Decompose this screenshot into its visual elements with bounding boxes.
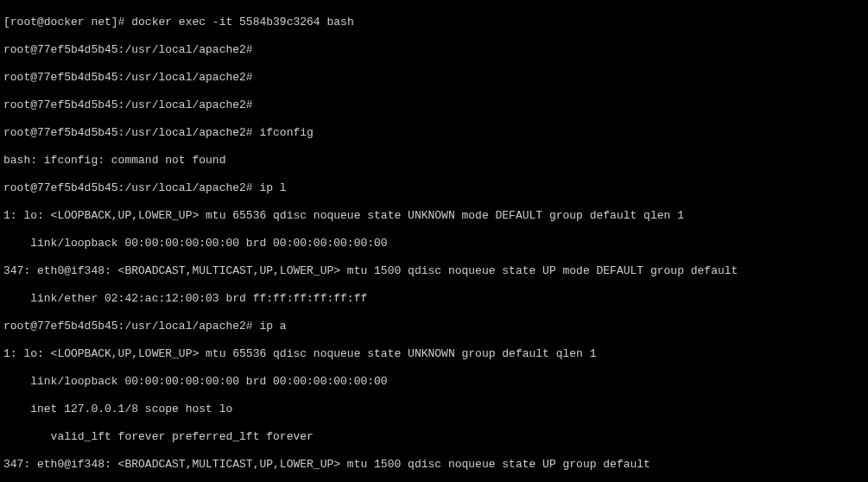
line-8: 1: lo: <LOOPBACK,UP,LOWER_UP> mtu 65536 … [3, 209, 865, 223]
command: ip l [253, 181, 287, 194]
line-12: root@77ef5b4d5b45:/usr/local/apache2# ip… [3, 320, 865, 333]
line-3: root@77ef5b4d5b45:/usr/local/apache2# [3, 71, 865, 85]
terminal[interactable]: [root@docker net]# docker exec -it 5584b… [0, 0, 868, 482]
line-14: link/loopback 00:00:00:00:00:00 brd 00:0… [3, 375, 865, 389]
prompt: root@77ef5b4d5b45:/usr/local/apache2# [3, 126, 253, 139]
line-2: root@77ef5b4d5b45:/usr/local/apache2# [3, 43, 865, 57]
line-7: root@77ef5b4d5b45:/usr/local/apache2# ip… [3, 181, 865, 195]
line-16: valid_lft forever preferred_lft forever [3, 430, 865, 444]
prompt: [root@docker net]# [3, 16, 124, 29]
line-11: link/ether 02:42:ac:12:00:03 brd ff:ff:f… [3, 292, 865, 306]
line-5: root@77ef5b4d5b45:/usr/local/apache2# if… [3, 126, 865, 140]
prompt: root@77ef5b4d5b45:/usr/local/apache2# [3, 320, 253, 333]
line-17: 347: eth0@if348: <BROADCAST,MULTICAST,UP… [3, 458, 865, 472]
line-6: bash: ifconfig: command not found [3, 154, 865, 168]
command: ip a [253, 320, 287, 333]
line-9: link/loopback 00:00:00:00:00:00 brd 00:0… [3, 237, 865, 251]
line-15: inet 127.0.0.1/8 scope host lo [3, 403, 865, 416]
command: docker exec -it 5584b39c3264 bash [124, 16, 353, 29]
prompt: root@77ef5b4d5b45:/usr/local/apache2# [3, 181, 253, 194]
line-13: 1: lo: <LOOPBACK,UP,LOWER_UP> mtu 65536 … [3, 347, 865, 361]
line-4: root@77ef5b4d5b45:/usr/local/apache2# [3, 98, 865, 112]
line-1: [root@docker net]# docker exec -it 5584b… [3, 16, 865, 29]
line-10: 347: eth0@if348: <BROADCAST,MULTICAST,UP… [3, 264, 865, 278]
command: ifconfig [253, 126, 314, 139]
